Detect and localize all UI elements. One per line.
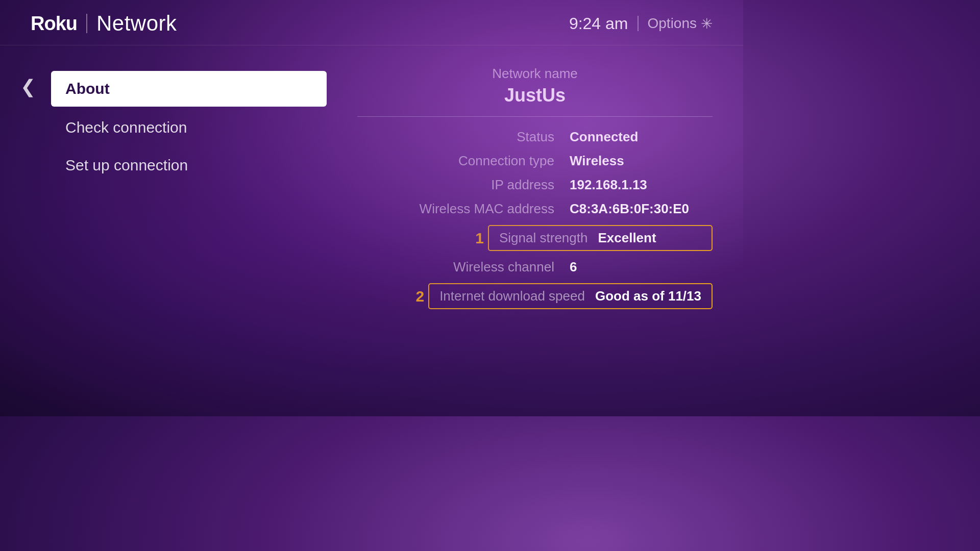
ip-address-row: IP address 192.168.1.13 (357, 177, 713, 193)
options-label: Options (648, 15, 697, 32)
wireless-channel-row: Wireless channel 6 (357, 259, 713, 275)
signal-strength-row-wrapper: 1 Signal strength Excellent (357, 225, 713, 251)
divider (357, 116, 713, 117)
mac-address-value: C8:3A:6B:0F:30:E0 (570, 201, 713, 217)
nav-item-about[interactable]: About (51, 71, 327, 107)
page-title: Network (96, 11, 177, 36)
wireless-channel-value: 6 (570, 259, 713, 275)
nav-item-check-connection[interactable]: Check connection (51, 111, 327, 144)
right-panel: Network name JustUs Status Connected Con… (327, 66, 713, 398)
header-right: 9:24 am Options ✳ (569, 14, 713, 33)
info-table: Status Connected Connection type Wireles… (357, 129, 713, 309)
options-menu[interactable]: Options ✳ (648, 15, 713, 32)
status-row: Status Connected (357, 129, 713, 145)
network-name-label: Network name (357, 66, 713, 82)
header: Roku Network 9:24 am Options ✳ (0, 0, 743, 45)
wireless-channel-label: Wireless channel (411, 259, 554, 275)
status-value: Connected (570, 129, 713, 145)
header-divider (86, 14, 87, 33)
annotation-2: 2 (409, 288, 424, 305)
download-speed-value: Good as of 11/13 (595, 288, 701, 304)
back-button[interactable]: ❮ (20, 76, 36, 97)
ip-address-label: IP address (411, 177, 554, 193)
header-left: Roku Network (31, 11, 177, 36)
connection-type-value: Wireless (570, 153, 713, 169)
download-speed-row-wrapper: 2 Internet download speed Good as of 11/… (357, 283, 713, 309)
ip-address-value: 192.168.1.13 (570, 177, 713, 193)
left-nav: ❮ About Check connection Set up connecti… (31, 66, 327, 398)
annotation-1: 1 (469, 230, 484, 247)
nav-item-setup-connection[interactable]: Set up connection (51, 148, 327, 182)
roku-logo: Roku (31, 13, 77, 35)
signal-strength-value: Excellent (598, 230, 656, 246)
connection-type-label: Connection type (411, 153, 554, 169)
download-speed-highlight: Internet download speed Good as of 11/13 (428, 283, 713, 309)
header-time: 9:24 am (569, 14, 628, 33)
connection-type-row: Connection type Wireless (357, 153, 713, 169)
download-speed-label: Internet download speed (439, 288, 585, 304)
main-content: ❮ About Check connection Set up connecti… (0, 45, 743, 416)
mac-address-row: Wireless MAC address C8:3A:6B:0F:30:E0 (357, 201, 713, 217)
signal-strength-label: Signal strength (499, 230, 587, 246)
mac-address-label: Wireless MAC address (411, 201, 554, 217)
status-label: Status (411, 129, 554, 145)
signal-strength-highlight: Signal strength Excellent (488, 225, 713, 251)
network-name-value: JustUs (357, 85, 713, 106)
options-asterisk-icon: ✳ (701, 15, 713, 32)
header-divider2 (638, 16, 639, 31)
